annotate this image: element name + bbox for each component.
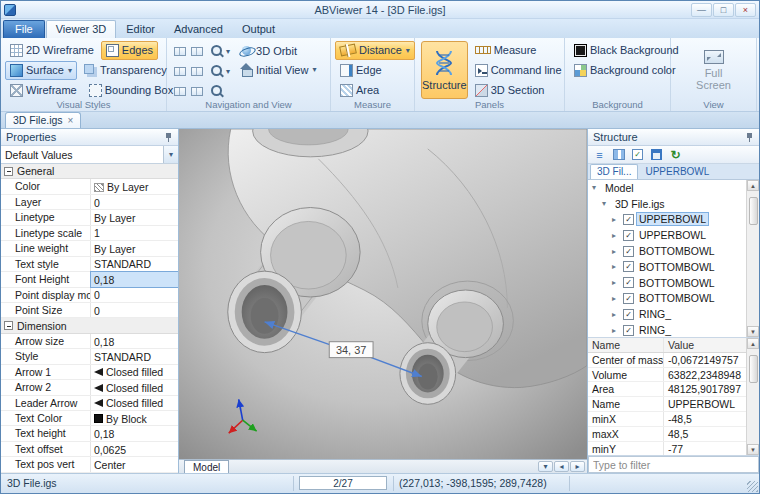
tree-item[interactable]: ▸ ✓ RING_ [588,322,746,337]
pin-icon[interactable] [164,132,173,143]
property-row[interactable]: Font Height 0,18 [1,272,178,287]
tree-item[interactable]: ▸ ✓ BOTTOMBOWL [588,275,746,291]
chevron-right-icon[interactable]: ▸ [612,215,620,224]
table-row[interactable]: minX -48,5 [588,412,746,427]
property-row[interactable]: Text pos vert Center [1,457,178,472]
collapse-icon[interactable] [4,167,13,176]
tab-close-icon[interactable]: × [68,115,74,126]
property-row[interactable]: Linetype By Layer [1,210,178,225]
2d-wireframe-button[interactable]: 2D Wireframe [5,41,99,60]
distance-button[interactable]: Distance ▾ [335,41,415,60]
structure-tab-file[interactable]: 3D Fil... [590,164,638,179]
chevron-down-icon[interactable]: ▾ [163,146,178,163]
scroll-left-icon[interactable]: ◂ [554,461,569,472]
chevron-down-icon[interactable]: ▾ [406,46,410,55]
property-row[interactable]: Text Color By Block [1,411,178,426]
chevron-right-icon[interactable]: ▸ [612,310,620,319]
scroll-up-icon[interactable]: ▲ [747,338,759,349]
table-row[interactable]: Volume 63822,2348948 [588,368,746,383]
property-row[interactable]: Point Size 0 [1,303,178,318]
filter-input[interactable] [588,456,759,473]
3d-canvas[interactable]: 34, 37 [179,129,587,459]
columns-icon[interactable] [611,148,626,162]
tree-view-icon[interactable]: ≡ [592,148,607,162]
structure-panel-button[interactable]: Structure [421,41,468,99]
scroll-up-icon[interactable]: ▲ [747,180,759,191]
property-row[interactable]: Leader Arrow Closed filled [1,396,178,411]
property-row[interactable]: Arrow 1 Closed filled [1,365,178,380]
chevron-right-icon[interactable]: ▸ [612,294,620,303]
scrollbar-thumb[interactable] [749,197,758,225]
document-tab[interactable]: 3D File.igs × [5,112,81,128]
surface-button[interactable]: Surface ▾ [5,61,77,80]
property-row[interactable]: Linetype scale 1 [1,226,178,241]
edge-button[interactable]: Edge [335,61,387,80]
preset-dropdown[interactable]: Default Values ▾ [1,146,178,164]
scroll-down-icon[interactable]: ▼ [747,326,759,337]
close-button[interactable]: × [735,3,756,17]
tree-item-file[interactable]: ▾ 3D File.igs [588,196,746,212]
full-screen-button[interactable]: Full Screen [688,41,740,99]
viewport-layout-button[interactable] [190,42,204,61]
tab-output[interactable]: Output [233,21,284,38]
wireframe-button[interactable]: Wireframe [5,81,82,100]
save-icon[interactable] [649,148,664,162]
tab-viewer-3d[interactable]: Viewer 3D [46,20,117,38]
area-button[interactable]: Area [335,81,384,100]
initial-view-button[interactable]: Initial View ▾ [235,60,321,79]
scrollbar-thumb[interactable] [749,355,758,383]
chevron-right-icon[interactable]: ▸ [612,326,620,335]
table-row[interactable]: maxX 48,5 [588,427,746,442]
checkbox[interactable]: ✓ [623,309,634,320]
property-row[interactable]: Layer 0 [1,195,178,210]
checkbox[interactable]: ✓ [623,325,634,336]
tree-item[interactable]: ▸ ✓ BOTTOMBOWL [588,291,746,307]
property-row[interactable]: Line weight By Layer [1,241,178,256]
tab-advanced[interactable]: Advanced [165,21,232,38]
tree-item-model[interactable]: ▾ Model [588,180,746,196]
checkbox[interactable]: ✓ [623,261,634,272]
table-row[interactable]: minY -77 [588,442,746,455]
tab-file[interactable]: File [3,20,45,38]
bounding-box-button[interactable]: Bounding Box [84,81,179,100]
property-row[interactable]: Text height 0,18 [1,426,178,441]
chevron-down-icon[interactable]: ▾ [226,47,230,56]
checkboxes-icon[interactable]: ✓ [630,148,645,162]
viewport-layout-button[interactable] [190,62,204,81]
checkbox[interactable]: ✓ [623,214,634,225]
chevron-right-icon[interactable]: ▸ [612,262,620,271]
collapse-icon[interactable] [4,321,13,330]
background-color-button[interactable]: Background color [569,61,681,80]
pin-icon[interactable] [745,132,754,143]
property-row[interactable]: Arrow size 0,18 [1,334,178,349]
viewport-layout-button[interactable] [190,82,204,101]
minimize-button[interactable]: — [691,3,712,17]
measure-panel-button[interactable]: Measure [470,41,542,60]
structure-tab-upperbowl[interactable]: UPPERBOWL [639,165,715,179]
chevron-down-icon[interactable]: ▾ [602,199,610,208]
checkbox[interactable]: ✓ [623,230,634,241]
tree-item[interactable]: ▸ ✓ RING_ [588,306,746,322]
property-row[interactable]: Text style STANDARD [1,257,178,272]
property-row[interactable]: Text offset 0,0625 [1,442,178,457]
viewport-layout-button[interactable] [173,82,187,101]
chevron-right-icon[interactable]: ▸ [612,278,620,287]
tree-item[interactable]: ▸ ✓ BOTTOMBOWL [588,259,746,275]
chevron-down-icon[interactable]: ▾ [592,183,600,192]
maximize-button[interactable]: □ [713,3,734,17]
property-row[interactable]: Point display mode 0 [1,288,178,303]
black-background-button[interactable]: Black Background [569,41,684,60]
property-row[interactable]: Style STANDARD [1,349,178,364]
scroll-down-icon[interactable]: ▼ [747,444,759,455]
table-scrollbar[interactable]: ▲ ▼ [746,338,759,455]
app-icon[interactable] [4,4,16,16]
tree-item[interactable]: ▸ ✓ UPPERBOWL [588,212,746,228]
section-general[interactable]: General [1,164,178,179]
3d-orbit-button[interactable]: 3D Orbit [235,41,321,60]
table-row[interactable]: Area 48125,9017897 [588,382,746,397]
tree-item[interactable]: ▸ ✓ BOTTOMBOWL [588,243,746,259]
zoom-in-button[interactable]: ▾ [208,41,232,61]
refresh-icon[interactable]: ↻ [668,148,683,162]
chevron-down-icon[interactable]: ▾ [312,65,316,74]
chevron-down-icon[interactable]: ▾ [68,66,72,75]
